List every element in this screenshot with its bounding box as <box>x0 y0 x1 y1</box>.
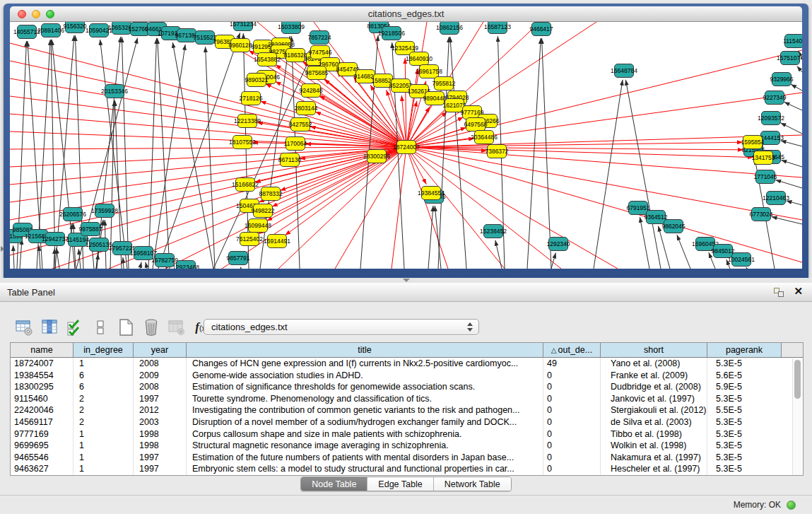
graph-node[interactable]: 8960128 <box>228 39 252 52</box>
table-cell-short[interactable]: Wolkin et al. (1998) <box>601 440 707 452</box>
graph-node[interactable]: 10024561 <box>728 253 755 267</box>
table-row[interactable]: 969969511998Structural magnetic resonanc… <box>11 440 803 452</box>
graph-node[interactable]: 9466417 <box>529 23 553 36</box>
zoom-button[interactable] <box>46 10 54 18</box>
table-cell-pagerank[interactable]: 5.3E-5 <box>707 463 782 475</box>
table-cell-year[interactable]: 1997 <box>134 452 187 464</box>
network-window-titlebar[interactable]: citations_edges.txt <box>10 6 802 22</box>
column-visibility-icon[interactable] <box>40 318 59 337</box>
graph-node[interactable]: 16648784 <box>611 64 637 78</box>
graph-node[interactable]: 76125402 <box>236 233 263 246</box>
table-cell-out_degree[interactable]: 0 <box>543 428 601 440</box>
table-cell-title[interactable]: Changes of HCN gene expression and I(f) … <box>187 358 543 370</box>
tab-network-table[interactable]: Network Table <box>433 477 511 491</box>
table-cell-title[interactable]: Structural magnetic resonance image aver… <box>187 440 543 452</box>
graph-node[interactable]: 6773024 <box>749 208 772 221</box>
table-cell-year[interactable]: 1997 <box>134 393 187 405</box>
table-cell-in_degree[interactable]: 1 <box>73 463 134 475</box>
table-cell-year[interactable]: 1997 <box>134 463 187 475</box>
graph-node[interactable]: 9862045 <box>661 220 685 233</box>
table-row[interactable]: 946362711997Embryonic stem cells: a mode… <box>11 463 803 475</box>
delete-table-icon[interactable] <box>141 318 160 337</box>
row-selection-icon[interactable] <box>65 318 84 337</box>
column-header-short[interactable]: short <box>601 343 707 357</box>
graph-node[interactable]: 2803144 <box>294 102 317 115</box>
tab-edge-table[interactable]: Edge Table <box>367 477 433 491</box>
table-cell-pagerank[interactable]: 5.3E-5 <box>707 416 782 428</box>
graph-node[interactable]: 16033809 <box>278 22 305 34</box>
table-cell-title[interactable]: Embryonic stem cells: a model to study s… <box>187 463 543 475</box>
graph-node[interactable]: 9875685 <box>305 66 328 80</box>
create-table-icon[interactable] <box>116 318 135 337</box>
table-row[interactable]: 2242004622012Investigating the contribut… <box>11 404 803 416</box>
graph-node[interactable]: 7386372 <box>485 145 508 158</box>
table-cell-pagerank[interactable]: 5.6E-5 <box>707 370 782 382</box>
table-cell-in_degree[interactable]: 1 <box>73 452 134 464</box>
table-row[interactable]: 1872400712008Changes of HCN gene express… <box>11 358 803 370</box>
graph-node[interactable]: 10862156 <box>436 22 463 35</box>
graph-node[interactable]: 9890321 <box>245 74 268 87</box>
graph-node[interactable]: 9857791 <box>226 252 249 265</box>
splitter-handle-icon[interactable] <box>403 279 410 282</box>
table-cell-pagerank[interactable]: 5.3E-5 <box>707 393 782 405</box>
table-cell-name[interactable]: 9465546 <box>11 452 73 464</box>
table-scrollbar[interactable] <box>792 358 802 475</box>
table-cell-pagerank[interactable]: 5.3E-5 <box>707 358 782 370</box>
table-cell-short[interactable]: Nakamura et al. (1997) <box>601 452 707 464</box>
table-cell-year[interactable]: 2012 <box>134 404 187 416</box>
table-cell-pagerank[interactable]: 5.5E-5 <box>707 404 782 416</box>
table-cell-pagerank[interactable]: 5.3E-5 <box>707 452 782 464</box>
table-settings-icon[interactable] <box>14 318 33 337</box>
table-row[interactable]: 1456911722003Disruption of a novel membe… <box>11 416 803 428</box>
graph-node[interactable]: 9975887 <box>78 223 102 236</box>
table-cell-name[interactable]: 9699695 <box>11 440 73 452</box>
table-cell-in_degree[interactable]: 1 <box>73 428 134 440</box>
minimize-button[interactable] <box>32 10 40 18</box>
graph-node[interactable]: 15166822 <box>232 178 259 192</box>
graph-node[interactable]: 26206576 <box>59 208 86 221</box>
column-header-pagerank[interactable]: pagerank <box>707 343 782 357</box>
column-header-out_degree[interactable]: △out_de... <box>543 343 601 357</box>
table-cell-out_degree[interactable]: 0 <box>543 463 601 475</box>
graph-node[interactable]: 9242848 <box>299 84 322 98</box>
graph-node[interactable]: 16914491 <box>264 235 290 248</box>
graph-node[interactable]: 9498222 <box>251 204 274 218</box>
graph-node[interactable]: 1771045 <box>753 170 777 184</box>
graph-node[interactable]: 18300295 <box>363 150 390 163</box>
graph-node[interactable]: 20891406 <box>37 24 64 37</box>
table-cell-name[interactable]: 9463627 <box>11 463 73 475</box>
table-cell-name[interactable]: 9115460 <box>11 393 73 405</box>
table-cell-in_degree[interactable]: 2 <box>73 416 134 428</box>
float-window-icon[interactable] <box>774 288 784 297</box>
graph-node[interactable]: 18640910 <box>406 52 433 66</box>
graph-node[interactable]: 16099448 <box>245 219 271 233</box>
graph-node[interactable]: 14055712 <box>13 25 40 39</box>
table-cell-name[interactable]: 14569117 <box>11 416 73 428</box>
graph-node[interactable]: 1595854 <box>741 136 764 149</box>
table-cell-pagerank[interactable]: 5.3E-5 <box>707 440 782 452</box>
table-cell-name[interactable]: 19384554 <box>11 370 73 382</box>
table-cell-in_degree[interactable]: 1 <box>73 358 134 370</box>
table-cell-out_degree[interactable]: 0 <box>543 381 601 393</box>
graph-node[interactable]: 19384554 <box>418 187 445 200</box>
table-cell-short[interactable]: Hescheler et al. (1997) <box>601 463 707 475</box>
graph-node[interactable]: 16731234 <box>230 22 257 31</box>
table-cell-pagerank[interactable]: 5.9E-5 <box>707 381 782 393</box>
graph-node[interactable]: 20153346 <box>101 85 128 98</box>
graph-node[interactable]: 1115408 <box>783 35 802 48</box>
graph-node[interactable]: 1170064 <box>284 137 307 151</box>
graph-node[interactable]: 7857224 <box>307 31 331 45</box>
graph-node[interactable]: 8878332 <box>259 187 282 201</box>
table-cell-title[interactable]: Genome-wide association studies in ADHD. <box>187 370 543 382</box>
table-cell-short[interactable]: de Silva et al. (2003) <box>601 416 707 428</box>
network-canvas[interactable]: 1405571220891406915632010590421106532871… <box>10 22 802 269</box>
graph-node[interactable]: 16961758 <box>416 65 442 78</box>
row-height-icon[interactable] <box>90 318 110 337</box>
table-cell-title[interactable]: Investigating the contribution of common… <box>187 404 543 416</box>
table-cell-year[interactable]: 1998 <box>134 440 187 452</box>
table-cell-in_degree[interactable]: 1 <box>73 440 134 452</box>
table-row[interactable]: 946554611997Estimation of the future num… <box>11 452 803 464</box>
tab-node-table[interactable]: Node Table <box>301 477 367 491</box>
table-cell-year[interactable]: 2008 <box>134 358 187 370</box>
table-row[interactable]: 977716911998Corpus callosum shape and si… <box>11 428 803 440</box>
